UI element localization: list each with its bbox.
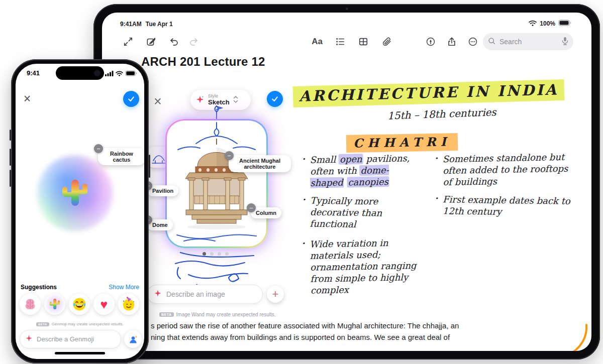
close-icon[interactable]: × (20, 91, 35, 106)
dynamic-island (56, 66, 104, 80)
tag-column[interactable]: − Column (251, 207, 281, 218)
battery-icon (558, 20, 571, 28)
ipad-device: 9:41AMTue Apr 1 100% Aa (93, 4, 600, 359)
suggestions-label: Suggestions (21, 284, 57, 291)
close-icon[interactable]: × (150, 94, 165, 109)
tag-dome[interactable]: − Dome (147, 219, 173, 230)
wifi-icon (529, 20, 537, 28)
generated-image-card[interactable] (165, 119, 268, 248)
search-input[interactable] (498, 37, 559, 46)
image-wand-beta-note: BETA Image Wand may create unexpected re… (159, 312, 276, 317)
tag-label: Column (256, 210, 276, 216)
chevron-up-down-icon (233, 95, 238, 105)
redo-icon[interactable] (185, 34, 202, 50)
note-body: s period saw the rise of another feature… (151, 320, 568, 343)
rainbow-cactus-emoji[interactable] (44, 294, 65, 315)
describe-genmoji-field[interactable] (20, 330, 121, 348)
iphone-device: 9:41 × − Rainbow cactus (11, 59, 149, 363)
page-dot[interactable] (210, 252, 214, 256)
tag-label: Ancient Mughal architecture (239, 158, 280, 170)
share-icon[interactable] (444, 34, 460, 50)
page-dot[interactable] (225, 252, 229, 256)
remove-icon[interactable]: − (225, 151, 234, 160)
laughing-crying-emoji[interactable] (69, 294, 90, 315)
remove-icon[interactable]: − (94, 144, 103, 153)
handwritten-topic: CHHATRI (346, 133, 458, 153)
show-more-link[interactable]: Show More (109, 284, 139, 291)
tag-rainbow-cactus[interactable]: − Rainbow cactus (98, 148, 144, 165)
avatar-button[interactable] (124, 330, 142, 348)
red-heart-emoji[interactable]: ♥ (93, 294, 115, 315)
tag-label: Pavilion (152, 188, 173, 194)
sparkle-icon (25, 334, 33, 344)
volume-up-button (10, 149, 11, 166)
phone-status-bar: 9:41 (16, 64, 144, 81)
battery-percent: 100% (540, 20, 555, 27)
checklist-icon[interactable] (332, 34, 348, 50)
tablet-status-bar: 9:41AMTue Apr 1 100% (102, 20, 591, 29)
suggestion-row: ♥ (20, 294, 139, 315)
battery-icon (125, 69, 137, 78)
sparkle-icon (154, 289, 162, 299)
microphone-icon[interactable] (562, 37, 568, 47)
handwritten-notes-left-column: ·Small open pavilions, often with dome-s… (302, 153, 419, 303)
more-options-icon[interactable] (465, 34, 481, 50)
status-date: Tue Apr 1 (146, 21, 173, 28)
confirm-image-button[interactable] (267, 91, 283, 107)
tag-pavilion[interactable]: − Pavilion (147, 185, 178, 196)
party-face-emoji[interactable] (118, 294, 139, 315)
page-dot[interactable] (218, 252, 221, 256)
add-icon[interactable]: + (267, 286, 284, 303)
genmoji-beta-note: BETA Genmoji may create unexpected resul… (36, 322, 124, 326)
handwritten-heading: ARCHITECTURE IN INDIA (293, 79, 565, 107)
undo-icon[interactable] (166, 34, 182, 50)
beta-text: Image Wand may create unexpected results… (176, 312, 276, 317)
collapse-arrows-icon[interactable] (120, 34, 136, 50)
tag-label: Dome (152, 222, 168, 228)
status-time: 9:41 (27, 69, 40, 77)
describe-image-input[interactable] (165, 290, 256, 299)
page-dot[interactable] (203, 252, 206, 256)
describe-image-field[interactable] (147, 285, 263, 304)
compose-icon[interactable] (143, 34, 159, 50)
beta-badge: BETA (36, 322, 49, 326)
screenshot-stage: 9:41AMTue Apr 1 100% Aa (0, 0, 603, 364)
handwritten-notes-right-column: ·Sometimes standalone but often added to… (435, 152, 573, 225)
tag-label: Rainbow cactus (110, 151, 133, 163)
search-icon (488, 37, 495, 47)
ipad-screen: 9:41AMTue Apr 1 100% Aa (102, 13, 591, 351)
side-button (149, 155, 150, 178)
note-body-line: s period saw the rise of another feature… (151, 320, 568, 331)
camera-lens (94, 70, 100, 76)
tag-ancient-mughal-architecture[interactable]: − Ancient Mughal architecture (229, 155, 291, 172)
note-body-line: ning that extends away from buildings an… (151, 331, 568, 343)
generated-image (167, 120, 266, 247)
handwritten-subheading: 15th – 18th centuries (387, 106, 496, 122)
describe-genmoji-input[interactable] (36, 335, 116, 343)
brain-emoji[interactable] (20, 294, 41, 315)
page-dots (203, 252, 229, 256)
attachment-icon[interactable] (378, 34, 394, 50)
text-format-button[interactable]: Aa (309, 34, 325, 50)
cell-signal-icon (105, 69, 114, 78)
confirm-genmoji-button[interactable] (123, 91, 139, 107)
status-time: 9:41AM (120, 21, 142, 28)
iphone-screen: 9:41 × − Rainbow cactus (16, 64, 144, 359)
beta-badge: BETA (159, 312, 174, 317)
remove-icon[interactable]: − (247, 203, 256, 212)
table-icon[interactable] (355, 34, 371, 50)
beta-text: Genmoji may create unexpected results. (52, 322, 124, 326)
rainbow-cactus-emoji (59, 177, 91, 211)
action-button (10, 130, 11, 141)
markup-pencil-icon[interactable] (423, 34, 439, 50)
decorative-orange-curve (554, 323, 588, 351)
search-field[interactable] (483, 33, 573, 50)
wifi-icon (116, 69, 123, 78)
note-title: ARCH 201 Lecture 12 (141, 55, 265, 69)
volume-down-button (10, 170, 11, 187)
home-indicator[interactable] (55, 352, 105, 354)
front-camera (346, 8, 348, 10)
